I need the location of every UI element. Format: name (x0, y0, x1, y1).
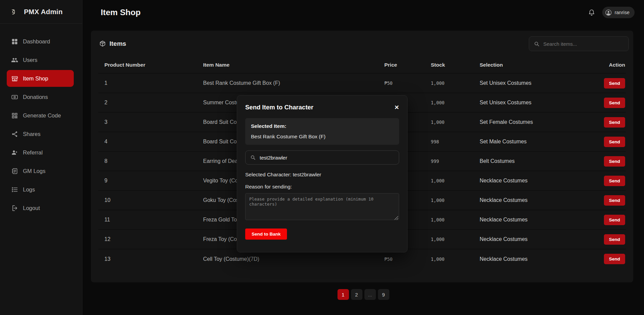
sidebar-item-donations[interactable]: Donations (7, 89, 74, 105)
sidebar-item-label: Donations (23, 94, 48, 100)
cell-action: Send (573, 171, 626, 190)
pagination-ellipsis: ... (364, 289, 376, 300)
pagination-page-2[interactable]: 2 (351, 289, 362, 300)
sidebar-item-logs[interactable]: Logs (7, 181, 74, 198)
cell-product-number: 4 (98, 132, 203, 151)
pagination-page-1[interactable]: 1 (337, 289, 349, 300)
sidebar-item-users[interactable]: Users (7, 51, 74, 68)
items-card-title-text: Items (109, 40, 126, 47)
cell-product-number: 2 (98, 93, 203, 112)
sidebar-item-label: Users (23, 57, 37, 63)
sidebar-item-label: Item Shop (23, 75, 48, 82)
cell-selection: Necklace Costumes (480, 230, 573, 249)
sidebar-item-generate-code[interactable]: Generate Code (7, 107, 74, 124)
brand: PMX Admin (0, 0, 82, 24)
qr-code-icon (11, 112, 18, 119)
search-icon (250, 154, 256, 161)
send-to-bank-button[interactable]: Send to Bank (245, 229, 287, 240)
col-header-item-name: Item Name (203, 57, 384, 73)
close-icon[interactable]: ✕ (394, 105, 399, 110)
cell-product-number: 12 (98, 230, 203, 249)
package-icon (99, 40, 106, 47)
cell-stock: 1,000 (431, 190, 480, 210)
sidebar-item-label: Referral (23, 149, 43, 156)
sidebar-item-gm-logs[interactable]: GM Logs (7, 163, 74, 179)
table-row: 1 Best Rank Costume Gift Box (F) ₱50 1,0… (98, 73, 626, 93)
sidebar-item-label: Shares (23, 131, 40, 137)
send-button[interactable]: Send (604, 215, 625, 225)
send-button[interactable]: Send (604, 137, 625, 147)
send-button[interactable]: Send (604, 254, 625, 264)
send-button[interactable]: Send (604, 78, 625, 89)
sidebar-item-referral[interactable]: Referral (7, 144, 74, 161)
sidebar-item-dashboard[interactable]: Dashboard (7, 33, 74, 50)
cell-action: Send (573, 93, 626, 112)
send-button[interactable]: Send (604, 98, 625, 108)
sidebar-item-logout[interactable]: Logout (7, 200, 74, 216)
cell-selection: Belt Costumes (480, 151, 573, 171)
cell-stock: 1,000 (431, 112, 480, 132)
dashboard-icon (11, 38, 18, 45)
send-button[interactable]: Send (604, 117, 625, 128)
brand-title: PMX Admin (24, 8, 63, 16)
items-search (529, 36, 629, 51)
col-header-stock: Stock (431, 57, 480, 73)
cell-selection: Set Unisex Costumes (480, 93, 573, 112)
share-icon (11, 131, 18, 138)
send-button[interactable]: Send (604, 234, 625, 245)
sidebar: PMX Admin DashboardUsersItem ShopDonatio… (0, 0, 83, 315)
send-item-modal: Send Item to Character ✕ Selected Item: … (237, 95, 408, 252)
character-search-input[interactable] (260, 155, 394, 161)
col-header-action: Action (573, 57, 626, 73)
cell-action: Send (573, 112, 626, 132)
selected-character-text: Selected Character: test2brawler (245, 172, 399, 178)
banknote-icon (11, 94, 18, 101)
cell-action: Send (573, 132, 626, 151)
col-header-price: Price (384, 57, 431, 73)
cell-action: Send (573, 151, 626, 171)
username: ranrise (615, 10, 630, 15)
avatar-icon (605, 9, 612, 16)
selected-item-value: Best Rank Costume Gift Box (F) (251, 134, 393, 140)
cell-stock: 1,000 (431, 249, 480, 269)
modal-title: Send Item to Character (245, 104, 314, 111)
users-icon (11, 57, 18, 64)
selected-item-label: Selected Item: (251, 123, 393, 129)
cell-stock: 1,000 (431, 73, 480, 93)
send-button[interactable]: Send (604, 156, 625, 167)
send-button[interactable]: Send (604, 176, 625, 186)
cell-product-number: 11 (98, 210, 203, 230)
col-header-product-number: Product Number (98, 57, 203, 73)
items-search-input[interactable] (543, 41, 624, 47)
cell-product-number: 8 (98, 151, 203, 171)
reason-label: Reason for sending: (245, 184, 399, 190)
cell-stock: 998 (431, 132, 480, 151)
modal-header: Send Item to Character ✕ (245, 104, 399, 111)
reason-textarea[interactable] (245, 193, 399, 220)
notebook-icon (11, 168, 18, 175)
send-button[interactable]: Send (604, 195, 625, 206)
cell-product-number: 3 (98, 112, 203, 132)
cell-action: Send (573, 230, 626, 249)
pagination-page-9[interactable]: 9 (378, 289, 389, 300)
storefront-icon (11, 75, 18, 82)
sidebar-item-shares[interactable]: Shares (7, 126, 74, 142)
sidebar-item-label: Generate Code (23, 112, 61, 119)
pagination: 1 2 ... 9 (83, 289, 644, 300)
cell-price: ₱50 (384, 73, 431, 93)
person-add-icon (11, 149, 18, 156)
items-card-title: Items (99, 40, 126, 47)
cell-action: Send (573, 210, 626, 230)
reason-area (245, 193, 399, 221)
topbar-actions: ranrise (588, 7, 635, 18)
sidebar-item-label: Dashboard (23, 38, 50, 45)
col-header-selection: Selection (480, 57, 573, 73)
notifications-bell-icon[interactable] (588, 9, 595, 16)
sidebar-item-item-shop[interactable]: Item Shop (7, 70, 74, 87)
cell-selection: Necklace Costumes (480, 190, 573, 210)
sidebar-item-label: Logout (23, 205, 40, 211)
cell-item-name: Best Rank Costume Gift Box (F) (203, 73, 384, 93)
character-search (245, 150, 399, 165)
user-menu[interactable]: ranrise (602, 7, 635, 18)
cell-stock: 1,000 (431, 93, 480, 112)
